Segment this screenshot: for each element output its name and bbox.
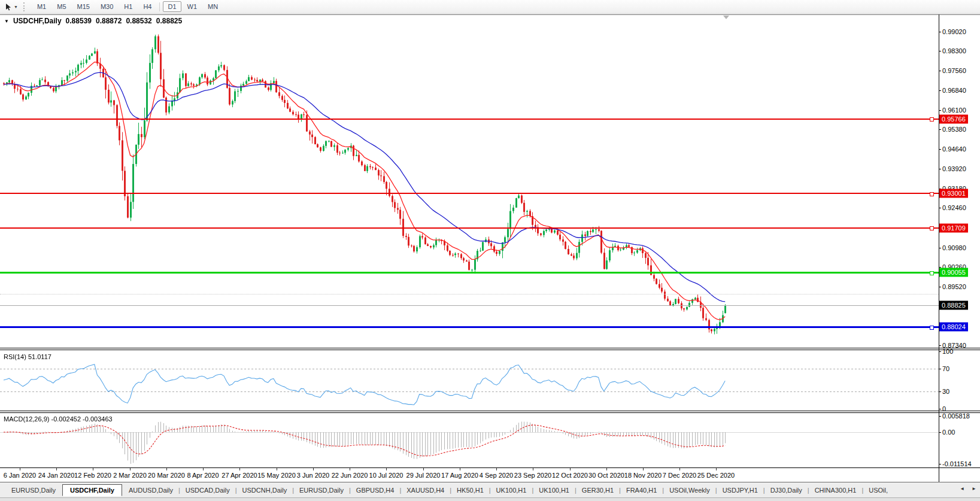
price-tick-mark bbox=[939, 287, 941, 287]
price-tick-label: 0.94640 bbox=[942, 145, 966, 153]
tab-ger30-h1-11[interactable]: GER30,H1 bbox=[577, 485, 619, 496]
ohlc-low: 0.88532 bbox=[126, 17, 151, 25]
price-tick-mark bbox=[939, 248, 941, 248]
dotted-gridline bbox=[0, 294, 939, 294]
tab-xauusd-h4-7[interactable]: XAUUSD,H4 bbox=[401, 485, 450, 496]
tab-scroll-left-icon[interactable]: ◄ bbox=[958, 485, 966, 493]
date-tick-mark bbox=[423, 468, 424, 470]
tab-scroll-right-icon[interactable]: ► bbox=[970, 485, 978, 493]
chevron-down-icon[interactable]: ▼ bbox=[14, 5, 18, 9]
timeframe-button-h1[interactable]: H1 bbox=[119, 1, 137, 12]
tab-dj30-daily-15[interactable]: DJ30,Daily bbox=[765, 485, 808, 496]
price-tick-mark bbox=[939, 51, 941, 51]
level-line-handle[interactable] bbox=[930, 271, 934, 275]
price-tick-mark bbox=[939, 149, 941, 150]
macd-tick-mark bbox=[939, 464, 941, 464]
date-tick-mark bbox=[606, 468, 607, 470]
date-tick-mark bbox=[20, 468, 20, 470]
rsi-tick-mark bbox=[939, 369, 941, 369]
date-tick-mark bbox=[350, 468, 350, 470]
rsi-tick-label: 100 bbox=[942, 348, 953, 355]
rsi-tick-mark bbox=[939, 391, 941, 392]
tab-hk50-h1-8[interactable]: HK50,H1 bbox=[451, 485, 489, 496]
price-tick-label: 0.90980 bbox=[942, 244, 966, 251]
date-tick-mark bbox=[679, 468, 680, 470]
date-tick-mark bbox=[93, 468, 93, 470]
tab-fra40-h1-12[interactable]: FRA40,H1 bbox=[621, 485, 662, 496]
tab-usdjpy-h1-14[interactable]: USDJPY,H1 bbox=[717, 485, 763, 496]
timeframe-button-w1[interactable]: W1 bbox=[183, 1, 202, 12]
tab-usoil-weekly-13[interactable]: USOil,Weekly bbox=[664, 485, 715, 496]
price-tick-mark bbox=[939, 208, 941, 208]
timeframe-button-m5[interactable]: M5 bbox=[52, 1, 71, 12]
price-level-badge: 0.90055 bbox=[939, 268, 968, 277]
macd-tick-mark bbox=[939, 416, 941, 417]
chart-title-row: ▼ USDCHF,Daily 0.88539 0.88872 0.88532 0… bbox=[4, 17, 182, 25]
price-level-badge: 0.95766 bbox=[939, 115, 968, 124]
chart-title-dropdown-icon[interactable]: ▼ bbox=[4, 19, 9, 24]
timeframe-button-mn[interactable]: MN bbox=[203, 1, 223, 12]
tab-uk100-h1-9[interactable]: UK100,H1 bbox=[491, 485, 532, 496]
chart-tab-bar: EURUSD,DailyUSDCHF,DailyAUDUSD,Daily|USD… bbox=[0, 482, 980, 497]
tab-usdcnh-daily-4[interactable]: USDCNH,Daily bbox=[237, 485, 293, 496]
rsi-tick-mark bbox=[939, 409, 941, 409]
price-tick-label: 0.93920 bbox=[942, 165, 966, 172]
chart-shift-marker[interactable] bbox=[723, 16, 729, 19]
mt4-terminal-window: ▼ M1M5M15M30H1H4D1W1MN ▼ USDCHF,Daily 0.… bbox=[0, 0, 980, 501]
window-bottom-strip bbox=[0, 497, 980, 501]
timeframe-button-m1[interactable]: M1 bbox=[32, 1, 51, 12]
price-tick-mark bbox=[939, 345, 941, 346]
price-level-line-0-90055[interactable] bbox=[0, 272, 939, 274]
price-level-line-0-93001[interactable] bbox=[0, 193, 939, 194]
level-line-handle[interactable] bbox=[930, 192, 934, 196]
price-chart-canvas[interactable] bbox=[0, 15, 939, 348]
macd-tick-label: -0.011514 bbox=[942, 460, 972, 467]
date-tick-mark bbox=[643, 468, 644, 470]
price-level-line-0-95766[interactable] bbox=[0, 119, 939, 120]
macd-canvas[interactable] bbox=[0, 413, 939, 467]
toolbar-grip[interactable] bbox=[23, 2, 27, 11]
price-tick-mark bbox=[939, 32, 941, 32]
rsi-canvas[interactable] bbox=[0, 350, 939, 411]
price-tick-label: 0.99020 bbox=[942, 28, 966, 35]
cursor-tool-icon[interactable] bbox=[3, 2, 14, 11]
timeframe-button-m30[interactable]: M30 bbox=[96, 1, 118, 12]
date-tick-mark bbox=[166, 468, 167, 470]
tab-eurusd-daily-5[interactable]: EURUSD,Daily bbox=[294, 485, 349, 496]
timeframe-button-d1[interactable]: D1 bbox=[163, 1, 181, 12]
price-level-line-0-91709[interactable] bbox=[0, 227, 939, 229]
tab-usdcad-daily-3[interactable]: USDCAD,Daily bbox=[180, 485, 235, 496]
timeframe-toolbar: ▼ M1M5M15M30H1H4D1W1MN bbox=[0, 0, 980, 14]
date-tick-mark bbox=[570, 468, 571, 470]
date-tick-mark bbox=[203, 468, 204, 470]
macd-timeaxis-separator bbox=[0, 467, 980, 468]
price-tick-label: 0.97560 bbox=[942, 67, 966, 74]
ohlc-open: 0.88539 bbox=[66, 17, 92, 25]
level-line-handle[interactable] bbox=[930, 326, 934, 330]
price-tick-label: 0.96840 bbox=[942, 87, 966, 94]
tab-eurusd-daily-0[interactable]: EURUSD,Daily bbox=[6, 485, 61, 496]
timeframe-button-m15[interactable]: M15 bbox=[72, 1, 95, 12]
tab-china300-h1-16[interactable]: CHINA300,H1 bbox=[809, 485, 862, 496]
tab-gbpusd-h4-6[interactable]: GBPUSD,H4 bbox=[351, 485, 400, 496]
macd-tick-label: 0.00 bbox=[942, 429, 955, 436]
macd-tick-label: 0.005818 bbox=[942, 412, 970, 420]
tab-usoil-17[interactable]: USOil, bbox=[863, 485, 893, 496]
date-tick-mark bbox=[277, 468, 277, 470]
tab-usdchf-daily-1[interactable]: USDCHF,Daily bbox=[62, 484, 122, 496]
price-tick-label: 0.92460 bbox=[942, 204, 966, 211]
level-line-handle[interactable] bbox=[930, 117, 934, 122]
toolbar-separator bbox=[159, 2, 160, 11]
date-tick-mark bbox=[496, 468, 497, 470]
price-level-badge: 0.93001 bbox=[939, 189, 968, 198]
rsi-macd-separator[interactable] bbox=[0, 411, 980, 411]
main-rsi-separator[interactable] bbox=[0, 348, 980, 348]
date-tick-mark bbox=[716, 468, 717, 470]
level-line-handle[interactable] bbox=[930, 226, 934, 230]
tab-uk100-h1-10[interactable]: UK100,H1 bbox=[533, 485, 575, 496]
timeframe-button-h4[interactable]: H4 bbox=[138, 1, 156, 12]
price-tick-mark bbox=[939, 129, 941, 130]
tab-audusd-daily-2[interactable]: AUDUSD,Daily bbox=[123, 485, 178, 496]
price-level-line-0-88024[interactable] bbox=[0, 326, 939, 328]
tab-scroll-arrows: ◄ ► bbox=[958, 485, 978, 493]
